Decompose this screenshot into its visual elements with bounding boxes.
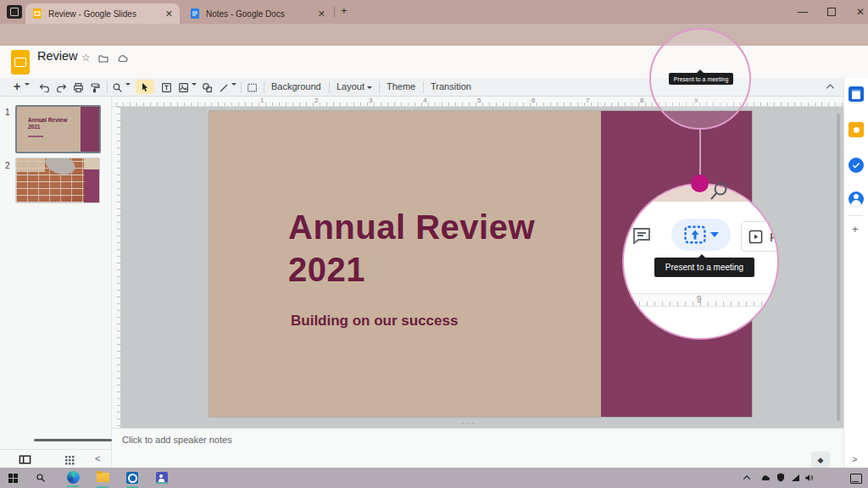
new-slide-button[interactable]: + bbox=[14, 80, 20, 93]
tab-close-icon[interactable]: ✕ bbox=[318, 8, 326, 19]
thumb-photo-highlight bbox=[16, 158, 45, 172]
tooltip-arrow bbox=[698, 254, 705, 258]
redo-icon[interactable] bbox=[56, 83, 67, 92]
print-icon[interactable] bbox=[73, 82, 84, 93]
move-folder-icon[interactable] bbox=[98, 54, 108, 63]
collapse-panel-icon[interactable]: < bbox=[95, 453, 100, 463]
background-button[interactable]: Background bbox=[271, 81, 321, 92]
notes-placeholder[interactable]: Click to add speaker notes bbox=[122, 435, 232, 445]
tooltip-arrow bbox=[697, 69, 704, 73]
grid-view-icon[interactable] bbox=[64, 455, 75, 465]
tray-show-hidden-icon[interactable] bbox=[743, 474, 751, 480]
canvas-scrollbar[interactable] bbox=[837, 114, 840, 421]
slide-subtitle-textbox[interactable]: Building on our success bbox=[291, 313, 458, 330]
tab-google-slides[interactable]: Review - Google Slides ✕ bbox=[25, 3, 180, 24]
thumb-subtitle-line bbox=[28, 136, 43, 137]
slide-thumbnail-1[interactable]: Annual Review 2021 bbox=[15, 105, 101, 153]
theme-button[interactable]: Theme bbox=[387, 81, 415, 92]
explore-icon: ◆ bbox=[818, 456, 824, 464]
tasks-icon[interactable] bbox=[849, 158, 864, 173]
thumb-title: Annual Review 2021 bbox=[28, 117, 72, 130]
filmstrip-view-icon[interactable] bbox=[19, 455, 31, 464]
network-icon[interactable] bbox=[791, 474, 800, 482]
cloud-status-icon[interactable] bbox=[117, 54, 128, 63]
insert-shape-icon[interactable] bbox=[202, 82, 213, 93]
paint-format-icon[interactable] bbox=[90, 82, 100, 93]
get-addons-icon[interactable]: + bbox=[852, 223, 859, 236]
docs-tab-icon bbox=[190, 8, 200, 19]
slide-number: 1 bbox=[5, 108, 10, 117]
action-center-icon[interactable] bbox=[850, 474, 862, 484]
tab-title: Notes - Google Docs bbox=[206, 9, 313, 19]
magnified-comments-icon bbox=[631, 225, 653, 246]
insert-placeholder-icon[interactable] bbox=[247, 82, 258, 93]
ruler-number: 7 bbox=[586, 97, 589, 104]
taskbar-search-icon[interactable] bbox=[36, 473, 46, 483]
window-maximize-button[interactable] bbox=[819, 0, 844, 24]
browser-titlebar: Review - Google Slides ✕ Notes - Google … bbox=[0, 0, 868, 24]
slide-title-line1: Annual Review bbox=[288, 206, 535, 248]
ruler-number: 4 bbox=[423, 97, 426, 104]
magnified-present-to-meeting-button bbox=[671, 219, 731, 251]
start-button[interactable] bbox=[8, 474, 18, 483]
magnified-ruler: 9 bbox=[624, 293, 779, 307]
magnified-caret-icon bbox=[710, 232, 719, 237]
select-tool-active[interactable] bbox=[136, 80, 154, 94]
browser-navbar: ← → https://docs.google.com/presentation… bbox=[0, 24, 868, 46]
edge-taskbar-icon[interactable] bbox=[67, 471, 80, 484]
present-to-meeting-tooltip: Present to a meeting bbox=[669, 73, 733, 85]
insert-line-icon[interactable] bbox=[219, 83, 229, 93]
contacts-icon[interactable] bbox=[849, 191, 864, 207]
window-minimize-button[interactable]: — bbox=[790, 0, 815, 24]
slide-thumbnail-2[interactable] bbox=[15, 158, 100, 203]
ruler-number: 2 bbox=[314, 97, 318, 104]
vertical-ruler bbox=[112, 107, 120, 428]
hide-menus-icon[interactable] bbox=[826, 83, 835, 90]
ruler-number: 3 bbox=[369, 97, 372, 104]
calendar-icon[interactable] bbox=[849, 86, 864, 102]
filmstrip-scrollbar[interactable] bbox=[34, 439, 112, 441]
thumb-photo-hand bbox=[42, 158, 77, 178]
windows-taskbar: 11:46 06/01/2022 bbox=[0, 468, 868, 488]
ruler-number: 1 bbox=[260, 97, 264, 104]
layout-button[interactable]: Layout bbox=[337, 81, 372, 92]
zoom-icon[interactable] bbox=[112, 82, 123, 93]
magnified-ruler-number: 9 bbox=[697, 295, 702, 304]
slide-number: 2 bbox=[5, 161, 10, 170]
file-explorer-icon[interactable] bbox=[97, 473, 109, 482]
undo-icon[interactable] bbox=[39, 83, 50, 92]
document-title[interactable]: Review bbox=[37, 49, 78, 63]
speaker-notes-area[interactable]: Click to add speaker notes ◆ bbox=[112, 428, 843, 468]
security-shield-icon[interactable] bbox=[776, 473, 785, 482]
transition-button[interactable]: Transition bbox=[431, 81, 471, 92]
ruler-number: 8 bbox=[640, 97, 643, 104]
screen: Review - Google Slides ✕ Notes - Google … bbox=[0, 0, 868, 488]
text-box-icon[interactable] bbox=[161, 82, 172, 93]
outlook-icon[interactable] bbox=[126, 472, 138, 484]
keep-icon[interactable] bbox=[849, 122, 864, 137]
onedrive-icon[interactable] bbox=[760, 474, 771, 481]
callout-magnified-view: P Present to a meeting 9 bbox=[622, 183, 779, 340]
teams-icon[interactable] bbox=[156, 472, 168, 484]
notes-resize-handle[interactable]: ··· bbox=[462, 419, 476, 428]
callout-connector-line bbox=[699, 129, 701, 176]
expand-panel-icon[interactable]: > bbox=[852, 454, 857, 464]
tab-divider bbox=[334, 7, 335, 17]
magnified-tooltip: Present to a meeting bbox=[654, 258, 754, 277]
window-close-button[interactable]: ✕ bbox=[848, 0, 868, 24]
insert-image-icon[interactable] bbox=[178, 82, 189, 93]
explore-button[interactable]: ◆ bbox=[811, 452, 830, 468]
new-tab-button[interactable]: + bbox=[341, 4, 348, 17]
slides-logo-icon[interactable] bbox=[11, 50, 30, 75]
slide-title-textbox[interactable]: Annual Review 2021 bbox=[288, 206, 535, 291]
volume-icon[interactable] bbox=[804, 474, 814, 482]
cursor-icon bbox=[141, 82, 149, 92]
star-icon[interactable]: ☆ bbox=[81, 53, 91, 63]
tab-close-icon[interactable]: ✕ bbox=[165, 8, 173, 19]
tab-actions-glyph bbox=[10, 8, 19, 16]
tab-actions-icon[interactable] bbox=[7, 5, 22, 19]
slide-title-line2: 2021 bbox=[288, 248, 535, 291]
magnified-present-icon bbox=[748, 230, 763, 244]
tab-google-docs[interactable]: Notes - Google Docs ✕ bbox=[183, 3, 332, 24]
callout-dot bbox=[691, 175, 709, 192]
